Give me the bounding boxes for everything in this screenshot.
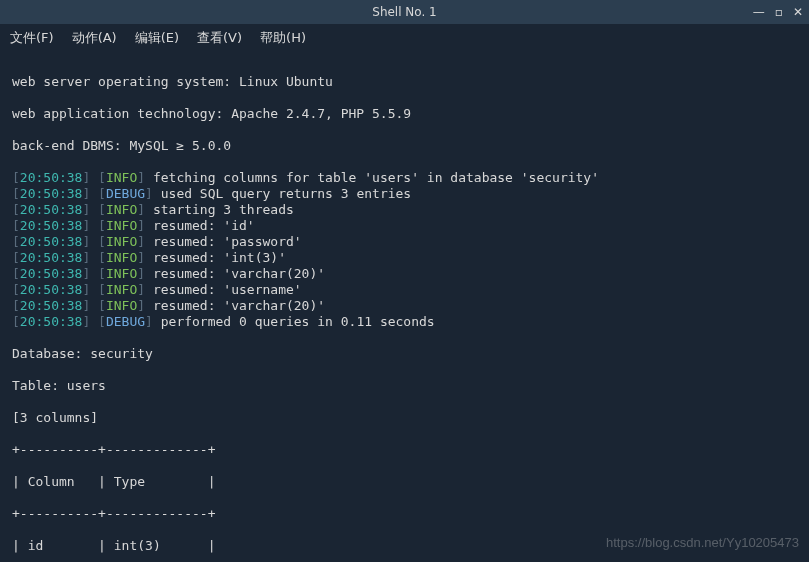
log-line: [20:50:38] [INFO] resumed: 'password' [12, 234, 797, 250]
maximize-button[interactable]: ▫ [775, 5, 783, 19]
menubar: 文件(F) 动作(A) 编辑(E) 查看(V) 帮助(H) [0, 24, 809, 52]
close-button[interactable]: ✕ [793, 5, 803, 19]
ascii-table-border: +----------+-------------+ [12, 442, 797, 458]
log-line: [20:50:38] [INFO] resumed: 'varchar(20)' [12, 298, 797, 314]
preamble-line: web server operating system: Linux Ubunt… [12, 74, 797, 90]
window-controls: — ▫ ✕ [753, 5, 803, 19]
log-line: [20:50:38] [INFO] resumed: 'username' [12, 282, 797, 298]
ascii-table-row: | id | int(3) | [12, 538, 797, 554]
log-line: [20:50:38] [DEBUG] performed 0 queries i… [12, 314, 797, 330]
menu-edit[interactable]: 编辑(E) [135, 29, 179, 47]
db-info: [3 columns] [12, 410, 797, 426]
terminal-output[interactable]: web server operating system: Linux Ubunt… [0, 52, 809, 562]
log-line: [20:50:38] [INFO] resumed: 'int(3)' [12, 250, 797, 266]
menu-file[interactable]: 文件(F) [10, 29, 54, 47]
preamble-line: web application technology: Apache 2.4.7… [12, 106, 797, 122]
log-line: [20:50:38] [INFO] resumed: 'id' [12, 218, 797, 234]
preamble-line: back-end DBMS: MySQL ≥ 5.0.0 [12, 138, 797, 154]
window-title: Shell No. 1 [372, 5, 436, 19]
ascii-table-header: | Column | Type | [12, 474, 797, 490]
minimize-button[interactable]: — [753, 5, 765, 19]
menu-view[interactable]: 查看(V) [197, 29, 242, 47]
menu-actions[interactable]: 动作(A) [72, 29, 117, 47]
log-line: [20:50:38] [DEBUG] used SQL query return… [12, 186, 797, 202]
titlebar: Shell No. 1 — ▫ ✕ [0, 0, 809, 24]
log-line: [20:50:38] [INFO] resumed: 'varchar(20)' [12, 266, 797, 282]
ascii-table-border: +----------+-------------+ [12, 506, 797, 522]
log-line: [20:50:38] [INFO] starting 3 threads [12, 202, 797, 218]
log-line: [20:50:38] [INFO] fetching columns for t… [12, 170, 797, 186]
db-info: Table: users [12, 378, 797, 394]
db-info: Database: security [12, 346, 797, 362]
menu-help[interactable]: 帮助(H) [260, 29, 306, 47]
